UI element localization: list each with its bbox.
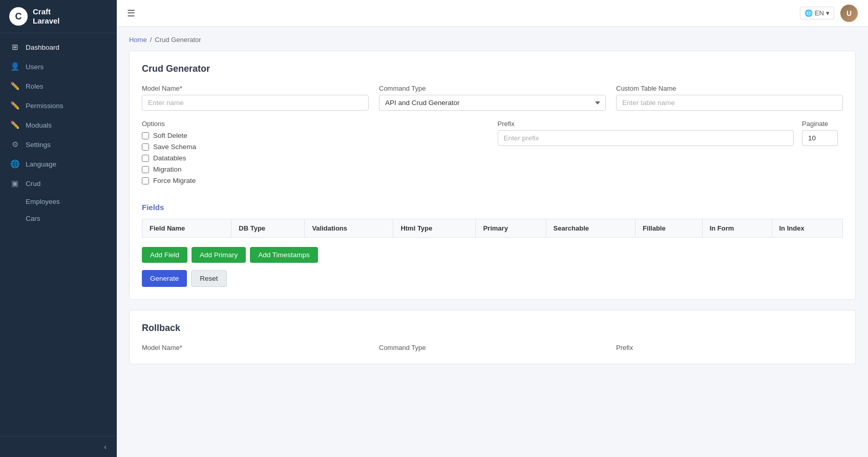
- col-field-name: Field Name: [142, 219, 231, 238]
- rollback-command-type-label: Command Type: [379, 344, 606, 351]
- top-form-row: Model Name* Command Type API and Crud Ge…: [142, 85, 843, 111]
- custom-table-group: Custom Table Name: [616, 85, 843, 111]
- add-buttons-row: Add Field Add Primary Add Timestamps: [142, 247, 843, 263]
- sidebar-item-settings[interactable]: ⚙ Settings: [0, 135, 117, 154]
- logo-text: Craft Laravel: [33, 7, 60, 26]
- fields-table: Field Name DB Type Validations Html Type…: [142, 219, 843, 238]
- language-icon: 🌐: [10, 159, 19, 169]
- dashboard-icon: ⊞: [10, 43, 19, 52]
- fields-title: Fields: [142, 203, 843, 212]
- custom-table-label: Custom Table Name: [616, 85, 843, 92]
- sidebar-logo: C Craft Laravel: [0, 0, 117, 33]
- migration-checkbox[interactable]: [142, 166, 149, 173]
- model-name-group: Model Name*: [142, 85, 369, 111]
- options-label: Options: [142, 120, 488, 128]
- command-type-select[interactable]: API and Crud Generator Crud Generator AP…: [379, 95, 606, 111]
- crud-generator-title: Crud Generator: [142, 64, 843, 74]
- save-schema-checkbox[interactable]: [142, 143, 149, 151]
- sidebar-item-roles[interactable]: ✏️ Roles: [0, 76, 117, 96]
- topbar-left: ☰: [127, 8, 135, 19]
- custom-table-input[interactable]: [616, 95, 843, 111]
- col-fillable: Fillable: [635, 219, 702, 238]
- sidebar-item-crud[interactable]: ▣ Crud: [0, 174, 117, 193]
- sidebar-item-moduals[interactable]: ✏️ Moduals: [0, 115, 117, 135]
- rollback-model-name-group: Model Name*: [142, 344, 369, 351]
- avatar[interactable]: U: [840, 5, 858, 22]
- command-type-group: Command Type API and Crud Generator Crud…: [379, 85, 606, 111]
- crud-icon: ▣: [10, 179, 19, 188]
- chevron-down-icon: ▾: [826, 9, 830, 17]
- add-primary-button[interactable]: Add Primary: [192, 247, 246, 263]
- add-timestamps-button[interactable]: Add Timestamps: [250, 247, 318, 263]
- topbar: ☰ 🌐 EN ▾ U: [117, 0, 868, 27]
- checkbox-save-schema[interactable]: Save Schema: [142, 143, 488, 151]
- prefix-paginate-row: Prefix Paginate: [498, 120, 843, 146]
- table-header-row: Field Name DB Type Validations Html Type…: [142, 219, 843, 238]
- reset-button[interactable]: Reset: [191, 270, 226, 287]
- force-migrate-checkbox[interactable]: [142, 177, 149, 184]
- generate-button[interactable]: Generate: [142, 270, 187, 287]
- rollback-form-row: Model Name* Command Type Prefix: [142, 344, 843, 351]
- model-name-label: Model Name*: [142, 85, 369, 92]
- col-db-type: DB Type: [231, 219, 305, 238]
- prefix-label: Prefix: [498, 120, 794, 128]
- logo-icon: C: [9, 7, 28, 26]
- fields-table-wrapper: Field Name DB Type Validations Html Type…: [142, 219, 843, 238]
- users-icon: 👤: [10, 62, 19, 71]
- command-type-label: Command Type: [379, 85, 606, 92]
- checkbox-force-migrate[interactable]: Force Migrate: [142, 177, 488, 184]
- checkbox-group: Soft Delete Save Schema Datatables: [142, 132, 488, 184]
- prefix-paginate-section: Prefix Paginate: [498, 120, 843, 194]
- col-primary: Primary: [476, 219, 546, 238]
- checkbox-datatables[interactable]: Datatables: [142, 154, 488, 162]
- col-searchable: Searchable: [546, 219, 635, 238]
- options-section: Options Soft Delete Save Schema Datat: [142, 120, 488, 184]
- main-area: ☰ 🌐 EN ▾ U Home / Crud Generator Crud Ge…: [117, 0, 868, 457]
- breadcrumb-home[interactable]: Home: [129, 36, 147, 44]
- crud-generator-card: Crud Generator Model Name* Command Type …: [129, 51, 856, 300]
- sidebar-item-users[interactable]: 👤 Users: [0, 57, 117, 76]
- topbar-right: 🌐 EN ▾ U: [800, 5, 858, 22]
- sidebar-collapse-btn[interactable]: ‹: [0, 436, 117, 457]
- sidebar-item-language[interactable]: 🌐 Language: [0, 154, 117, 174]
- breadcrumb: Home / Crud Generator: [129, 36, 856, 44]
- checkbox-soft-delete[interactable]: Soft Delete: [142, 132, 488, 139]
- paginate-input[interactable]: [802, 130, 838, 146]
- col-html-type: Html Type: [393, 219, 476, 238]
- roles-icon: ✏️: [10, 81, 19, 91]
- sidebar-nav: ⊞ Dashboard 👤 Users ✏️ Roles ✏️ Permissi…: [0, 33, 117, 436]
- col-validations: Validations: [305, 219, 393, 238]
- breadcrumb-current: Crud Generator: [155, 36, 201, 44]
- prefix-input[interactable]: [498, 130, 794, 146]
- rollback-title: Rollback: [142, 323, 843, 334]
- language-selector[interactable]: 🌐 EN ▾: [800, 7, 834, 19]
- rollback-model-name-label: Model Name*: [142, 344, 369, 351]
- rollback-command-type-group: Command Type: [379, 344, 606, 351]
- settings-icon: ⚙: [10, 140, 19, 149]
- paginate-label: Paginate: [802, 120, 843, 128]
- model-name-input[interactable]: [142, 95, 369, 111]
- chevron-left-icon: ‹: [104, 443, 107, 451]
- breadcrumb-sep: /: [150, 36, 152, 44]
- sidebar-item-cars[interactable]: Cars: [0, 210, 117, 227]
- checkbox-migration[interactable]: Migration: [142, 165, 488, 173]
- col-in-index: In Index: [772, 219, 843, 238]
- generate-buttons-row: Generate Reset: [142, 270, 843, 287]
- sidebar-item-employees[interactable]: Employees: [0, 193, 117, 210]
- rollback-prefix-group: Prefix: [616, 344, 843, 351]
- rollback-card: Rollback Model Name* Command Type Prefix: [129, 310, 856, 364]
- paginate-group: Paginate: [802, 120, 843, 146]
- sidebar-item-dashboard[interactable]: ⊞ Dashboard: [0, 37, 117, 57]
- sidebar: C Craft Laravel ⊞ Dashboard 👤 Users ✏️ R…: [0, 0, 117, 457]
- sidebar-item-permissions[interactable]: ✏️ Permissions: [0, 96, 117, 115]
- soft-delete-checkbox[interactable]: [142, 132, 149, 139]
- globe-icon: 🌐: [805, 9, 813, 17]
- prefix-group: Prefix: [498, 120, 794, 146]
- page-content: Home / Crud Generator Crud Generator Mod…: [117, 27, 868, 457]
- permissions-icon: ✏️: [10, 101, 19, 110]
- rollback-prefix-label: Prefix: [616, 344, 843, 351]
- hamburger-icon[interactable]: ☰: [127, 8, 135, 19]
- add-field-button[interactable]: Add Field: [142, 247, 187, 263]
- datatables-checkbox[interactable]: [142, 155, 149, 162]
- options-prefix-row: Options Soft Delete Save Schema Datat: [142, 120, 843, 194]
